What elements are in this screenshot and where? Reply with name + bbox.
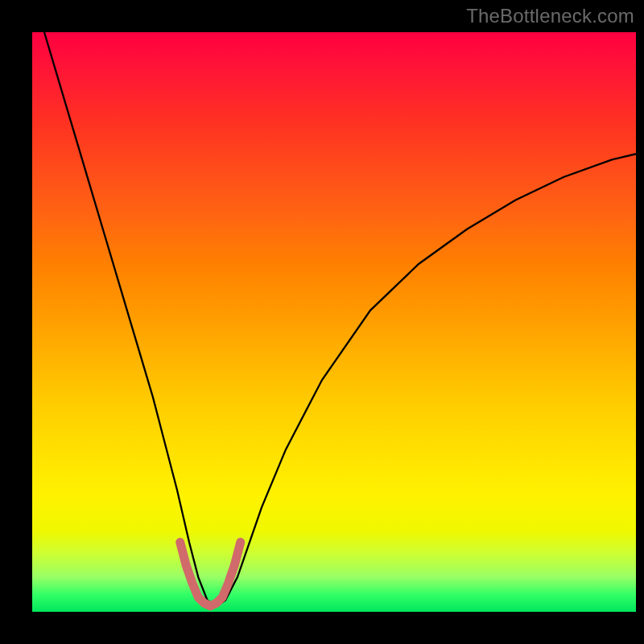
watermark-text: TheBottleneck.com [466, 5, 634, 27]
valley-highlight [180, 543, 241, 606]
plot-area [32, 32, 636, 612]
bottleneck-curve [44, 32, 636, 606]
chart-frame: TheBottleneck.com [0, 0, 644, 644]
curve-layer [32, 32, 636, 612]
